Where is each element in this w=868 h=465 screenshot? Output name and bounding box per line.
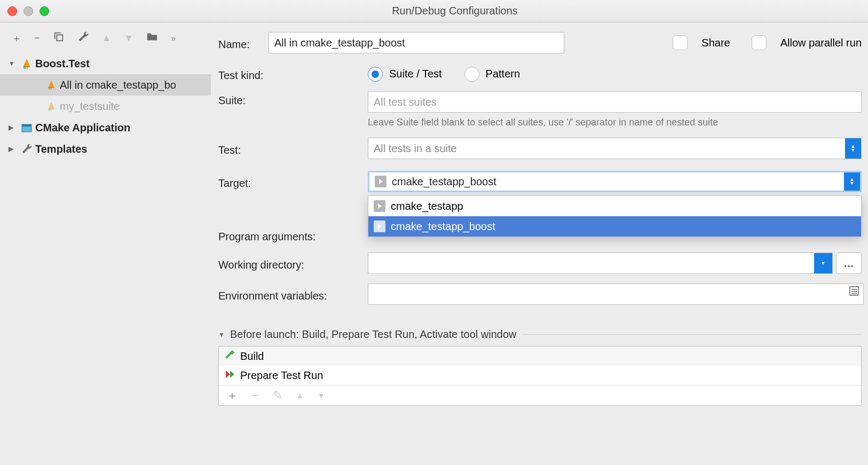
tree-node-templates[interactable]: ▶ Templates <box>0 138 211 160</box>
tree-node-cmake-application[interactable]: ▶ CMake Application <box>0 117 211 138</box>
close-icon[interactable] <box>7 6 17 16</box>
tree-node-all-in-cmake[interactable]: BT All in cmake_testapp_bo <box>0 74 211 96</box>
tree-label: All in cmake_testapp_bo <box>60 79 176 91</box>
up-icon[interactable]: ▲ <box>102 33 112 44</box>
window-controls <box>7 6 49 16</box>
pattern-label: Pattern <box>486 68 520 80</box>
hammer-icon <box>224 350 235 363</box>
tree-label: Templates <box>35 143 87 155</box>
before-launch-item[interactable]: Build <box>219 346 861 366</box>
suite-test-radio[interactable] <box>368 67 383 82</box>
remove-icon[interactable]: − <box>252 389 259 403</box>
svg-rect-8 <box>22 124 31 127</box>
environment-variables-input[interactable] <box>368 283 864 305</box>
before-launch-section: ▼ Before launch: Build, Prepare Test Run… <box>218 328 862 406</box>
svg-text:BT: BT <box>49 108 53 112</box>
program-arguments-label: Program arguments: <box>218 227 368 243</box>
test-combo[interactable]: All tests in a suite ▲▼ <box>368 138 862 159</box>
executable-icon <box>374 200 385 212</box>
minimize-icon[interactable] <box>23 6 33 16</box>
svg-marker-14 <box>226 371 230 378</box>
tree-label: Boost.Test <box>35 58 90 70</box>
maximize-icon[interactable] <box>40 6 49 16</box>
chevron-updown-icon: ▲▼ <box>845 138 861 159</box>
chevron-down-icon: ▼ <box>814 253 832 273</box>
tree-label: CMake Application <box>35 122 130 134</box>
target-option-label: cmake_testapp_boost <box>391 220 495 233</box>
target-option-label: cmake_testapp <box>391 200 463 212</box>
config-tree: ▼ BT Boost.Test BT All in cmake_testapp_… <box>0 53 211 160</box>
target-dropdown: cmake_testapp cmake_testapp_boost <box>368 195 862 237</box>
name-input[interactable] <box>269 32 564 53</box>
chevron-right-icon: ▶ <box>9 145 17 153</box>
test-label: Test: <box>218 141 368 156</box>
copy-icon[interactable] <box>53 31 65 45</box>
target-combo[interactable]: cmake_testapp_boost ▲▼ <box>368 171 862 192</box>
add-icon[interactable]: ＋ <box>226 388 238 404</box>
allow-parallel-label: Allow parallel run <box>780 37 862 49</box>
remove-icon[interactable]: − <box>34 33 40 44</box>
svg-marker-15 <box>230 371 234 378</box>
executable-icon <box>375 176 386 187</box>
chevron-updown-icon: ▲▼ <box>844 172 860 191</box>
sidebar-toolbar: ＋ − ▲ ▼ » <box>0 28 211 53</box>
main-panel: Name: Share Allow parallel run Test kind… <box>211 22 868 465</box>
suite-test-label: Suite / Test <box>389 68 442 80</box>
suite-hint: Leave Suite field blank to select all su… <box>368 117 862 128</box>
target-value: cmake_testapp_boost <box>392 176 496 188</box>
run-icon <box>224 369 235 382</box>
wrench-icon <box>20 143 33 155</box>
before-launch-item-label: Prepare Test Run <box>240 369 323 382</box>
before-launch-list: Build Prepare Test Run ＋ − ✎ ▲ ▼ <box>218 346 862 406</box>
titlebar: Run/Debug Configurations <box>0 0 868 22</box>
test-kind-label: Test kind: <box>218 66 368 82</box>
add-icon[interactable]: ＋ <box>12 32 21 45</box>
allow-parallel-checkbox[interactable] <box>752 35 767 50</box>
suite-label: Suite: <box>218 91 368 107</box>
share-label: Share <box>701 37 730 49</box>
suite-input[interactable] <box>368 91 862 113</box>
down-icon[interactable]: ▼ <box>318 391 325 400</box>
browse-button[interactable]: … <box>836 253 862 274</box>
pattern-radio[interactable] <box>464 67 479 82</box>
boost-test-icon: BT <box>20 58 33 69</box>
before-launch-toolbar: ＋ − ✎ ▲ ▼ <box>219 385 861 405</box>
svg-rect-0 <box>57 35 62 41</box>
tree-label: my_testsuite <box>60 100 120 113</box>
tree-node-my-testsuite[interactable]: BT my_testsuite <box>0 96 211 117</box>
environment-variables-label: Environment variables: <box>218 287 368 302</box>
before-launch-item-label: Build <box>240 350 264 362</box>
name-label: Name: <box>218 35 269 51</box>
tree-node-boost-test[interactable]: ▼ BT Boost.Test <box>0 53 211 74</box>
executable-icon <box>374 220 385 232</box>
down-icon[interactable]: ▼ <box>124 33 133 44</box>
edit-icon[interactable]: ✎ <box>273 389 282 403</box>
folder-icon[interactable] <box>146 31 158 45</box>
working-directory-label: Working directory: <box>218 256 368 271</box>
wrench-icon[interactable] <box>77 31 89 45</box>
cmake-app-icon <box>20 122 33 133</box>
target-option[interactable]: cmake_testapp_boost <box>368 216 861 237</box>
chevron-down-icon: ▼ <box>9 60 17 67</box>
svg-text:BT: BT <box>49 86 53 90</box>
more-icon[interactable]: » <box>171 34 177 43</box>
window-title: Run/Debug Configurations <box>49 5 861 17</box>
list-icon[interactable] <box>847 283 862 298</box>
chevron-right-icon: ▶ <box>9 124 17 131</box>
divider <box>523 334 862 335</box>
up-icon[interactable]: ▲ <box>296 391 304 400</box>
working-directory-input[interactable]: ▼ <box>368 253 833 274</box>
target-option[interactable]: cmake_testapp <box>368 196 861 216</box>
sidebar: ＋ − ▲ ▼ » ▼ BT Boost.Test BT All in cmak… <box>0 22 211 465</box>
test-combo-placeholder: All tests in a suite <box>374 143 457 155</box>
chevron-down-icon[interactable]: ▼ <box>218 331 225 338</box>
boost-test-icon: BT <box>45 101 58 112</box>
svg-text:BT: BT <box>23 66 29 69</box>
before-launch-item[interactable]: Prepare Test Run <box>219 366 861 385</box>
share-checkbox[interactable] <box>673 35 688 50</box>
boost-test-icon: BT <box>45 80 58 90</box>
before-launch-header: Before launch: Build, Prepare Test Run, … <box>230 328 517 341</box>
target-label: Target: <box>218 174 368 190</box>
